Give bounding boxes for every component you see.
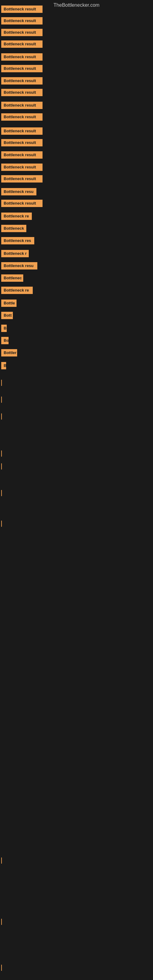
bottleneck-bar: Bottlenec xyxy=(1,274,23,282)
bottleneck-bar: Bottleneck result xyxy=(1,175,43,183)
bottleneck-bar: Bottleneck result xyxy=(1,5,43,13)
vertical-tick xyxy=(1,520,2,527)
bottleneck-bar: Bottleneck xyxy=(1,225,26,232)
bottleneck-bar: B xyxy=(1,362,6,369)
vertical-tick xyxy=(1,858,2,864)
vertical-tick xyxy=(1,490,2,496)
bottleneck-bar: Bottleneck res xyxy=(1,237,34,244)
bottleneck-bar: Bott xyxy=(1,312,13,319)
bottleneck-bar: Bottleneck result xyxy=(1,17,43,24)
bottleneck-bar: Bottleneck r xyxy=(1,250,29,257)
bottleneck-bar: Bottleneck result xyxy=(1,77,43,84)
bottleneck-bar: Bo xyxy=(1,337,9,344)
vertical-tick xyxy=(1,463,2,469)
bottleneck-bar: Bottleneck result xyxy=(1,40,43,48)
bottleneck-bar: Bottleneck result xyxy=(1,113,43,121)
bottleneck-bar: Bottleneck result xyxy=(1,102,43,109)
vertical-tick xyxy=(1,919,2,925)
bottleneck-bar: Bottle xyxy=(1,299,16,307)
bottleneck-bar: Bottleneck result xyxy=(1,200,43,207)
bottleneck-bar: Bottler xyxy=(1,349,17,356)
vertical-tick xyxy=(1,396,2,403)
bottleneck-bar: Bottleneck result xyxy=(1,139,43,146)
bottleneck-bar: Bottleneck re xyxy=(1,286,33,294)
vertical-tick xyxy=(1,414,2,420)
bottleneck-bar: B xyxy=(1,325,7,332)
bottleneck-bar: Bottleneck result xyxy=(1,29,43,36)
bottleneck-bar: Bottleneck result xyxy=(1,65,43,72)
vertical-tick xyxy=(1,965,2,971)
bottleneck-bar: Bottleneck result xyxy=(1,164,43,171)
bottleneck-bar: Bottleneck resu xyxy=(1,262,37,269)
vertical-tick xyxy=(1,380,2,386)
vertical-tick xyxy=(1,450,2,457)
bottleneck-bar: Bottleneck resu xyxy=(1,188,37,196)
bottleneck-bar: Bottleneck result xyxy=(1,53,43,60)
bottleneck-bar: Bottleneck result xyxy=(1,151,43,159)
bottleneck-bar: Bottleneck re xyxy=(1,213,32,220)
bottleneck-bar: Bottleneck result xyxy=(1,89,43,96)
bottleneck-bar: Bottleneck result xyxy=(1,127,43,135)
